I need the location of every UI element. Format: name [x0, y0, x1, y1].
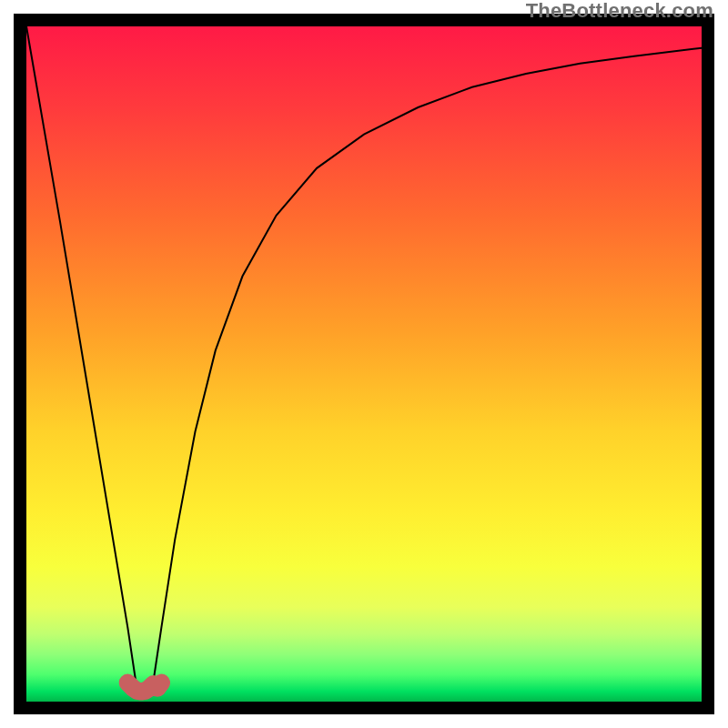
chart-svg	[26, 26, 702, 702]
chart-frame: TheBottleneck.com	[0, 0, 728, 728]
watermark-text: TheBottleneck.com	[526, 0, 713, 23]
bottleneck-curve	[26, 26, 702, 692]
highlight-band	[127, 682, 161, 692]
plot-background	[14, 14, 714, 714]
